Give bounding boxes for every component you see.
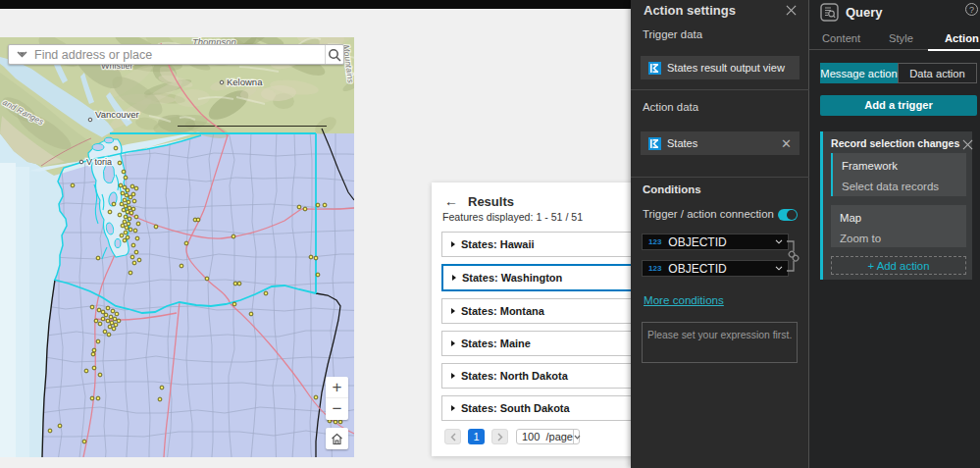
svg-text:Vancouver: Vancouver <box>95 109 139 120</box>
svg-text:Kelowna: Kelowna <box>227 77 263 87</box>
svg-text:V toria: V toria <box>86 157 112 167</box>
